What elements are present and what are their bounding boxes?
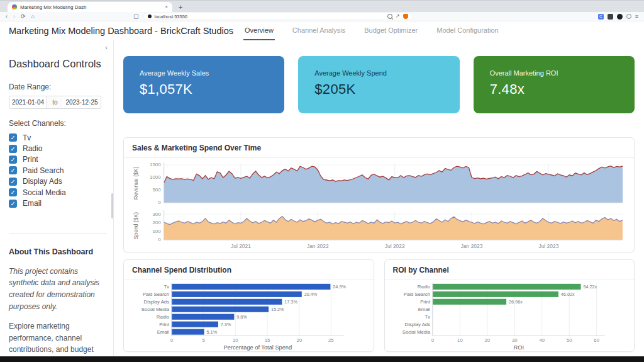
date-end-input[interactable]: [63, 96, 101, 109]
extension-square-icon[interactable]: [608, 14, 613, 20]
home-icon[interactable]: ⌂: [31, 14, 35, 20]
about-disclaimer: This project contains synthetic data and…: [9, 266, 107, 312]
site-info-icon[interactable]: [148, 14, 152, 18]
checkbox-check-icon[interactable]: ✓: [9, 156, 17, 164]
y-tick-label: 300: [152, 212, 161, 217]
date-range-label: Date Range:: [9, 82, 107, 91]
x-tick-label: 60: [594, 337, 599, 343]
checkbox-check-icon[interactable]: ✓: [9, 166, 17, 174]
x-tick-label: 10: [457, 337, 463, 343]
spend-distribution-card: Channel Spend Distribution 0510152025Tv2…: [123, 259, 374, 352]
channel-checkbox-paid-search[interactable]: ✓Paid Search: [9, 165, 107, 176]
channel-checkbox-social-media[interactable]: ✓Social Media: [9, 187, 107, 198]
new-tab-button[interactable]: +: [179, 4, 182, 11]
browser-menu-icon[interactable]: ≡: [635, 14, 638, 20]
channel-checkbox-tv[interactable]: ✓Tv: [9, 132, 107, 143]
tab-overview[interactable]: Overview: [243, 21, 275, 40]
bar-email: [172, 329, 204, 335]
spend-distribution-title: Channel Spend Distribution: [124, 260, 374, 280]
x-tick-label: Jan 2022: [307, 243, 329, 249]
roi-chart[interactable]: 0102030405060Radio54.22xPaid Search46.02…: [390, 282, 630, 351]
checkbox-check-icon[interactable]: ✓: [9, 145, 17, 153]
search-icon[interactable]: [387, 14, 392, 19]
checkbox-check-icon[interactable]: ✓: [9, 178, 17, 186]
category-label: Radio: [157, 314, 169, 320]
date-start-input[interactable]: [9, 96, 47, 109]
category-label: Print: [159, 322, 170, 327]
checkbox-check-icon[interactable]: ✓: [9, 188, 17, 196]
page-title: Marketing Mix Modeling Dashboard - Brick…: [9, 26, 233, 36]
category-label: Social Media: [142, 307, 170, 312]
category-label: Paid Search: [143, 291, 169, 297]
tab-model-configuration[interactable]: Model Configuration: [435, 21, 499, 40]
x-axis-label: Percentage of Total Spend: [224, 344, 292, 351]
spend-distribution-body: 0510152025Tv24.9%Paid Search20.4%Display…: [124, 280, 374, 351]
kpi-label: Average Weekly Spend: [314, 69, 443, 77]
value-label: 17.3%: [284, 299, 297, 305]
back-icon[interactable]: ‹: [6, 14, 8, 20]
bar-print: [432, 299, 506, 305]
about-title: About This Dashboard: [9, 247, 107, 256]
sidebar-collapse-icon[interactable]: ‹: [105, 44, 108, 51]
url-group: ▢ localhost:53550 ↗: [133, 13, 413, 20]
category-label: Print: [420, 299, 431, 305]
channel-label: Tv: [23, 133, 31, 142]
share-icon[interactable]: ↗: [396, 14, 400, 19]
checkbox-check-icon[interactable]: ✓: [9, 200, 17, 208]
roi-card: ROI by Channel 0102030405060Radio54.22xP…: [384, 259, 635, 352]
category-label: Tv: [164, 284, 169, 290]
app-header: Marketing Mix Modeling Dashboard - Brick…: [0, 21, 644, 40]
kpi-average-weekly-spend: Average Weekly Spend$205K: [298, 56, 459, 113]
tab-budget-optimizer[interactable]: Budget Optimizer: [363, 21, 419, 40]
bottom-row: Channel Spend Distribution 0510152025Tv2…: [123, 259, 635, 352]
category-label: Email: [157, 329, 170, 335]
value-label: 9.8%: [236, 314, 247, 320]
checkbox-check-icon[interactable]: ✓: [9, 133, 17, 142]
extension-circle-icon[interactable]: [617, 14, 623, 20]
select-channels-label: Select Channels:: [9, 119, 107, 128]
sidebar: ‹ Dashboard Controls Date Range: to Sele…: [0, 40, 114, 362]
channel-checkbox-email[interactable]: ✓Email: [9, 198, 107, 208]
tab-channel-analysis[interactable]: Channel Analysis: [291, 21, 347, 40]
bar-paid-search: [432, 291, 558, 297]
date-range-row: to: [9, 96, 107, 109]
url-text[interactable]: localhost:53550: [155, 14, 384, 20]
channel-checkbox-display-ads[interactable]: ✓Display Ads: [9, 176, 107, 187]
channel-label: Social Media: [23, 188, 66, 197]
value-label: 15.2%: [271, 307, 284, 312]
bar-social-media: [172, 307, 269, 312]
kpi-label: Overall Marketing ROI: [490, 69, 618, 77]
sidebar-divider: [9, 233, 107, 234]
timeseries-card: Sales & Marketing Spend Over Time Jul 20…: [123, 137, 635, 252]
sidebar-scrollbar[interactable]: [111, 193, 113, 218]
y-tick-label: 0: [158, 237, 161, 242]
tab-search-icon[interactable]: ▢: [133, 14, 139, 20]
timeseries-card-title: Sales & Marketing Spend Over Time: [124, 138, 634, 158]
x-tick-label: 30: [511, 337, 517, 343]
value-label: 26.96x: [508, 299, 522, 305]
x-tick-label: 5: [202, 337, 204, 343]
channel-checkbox-print[interactable]: ✓Print: [9, 154, 107, 165]
date-separator: to: [47, 96, 63, 109]
reload-icon[interactable]: ⟳: [21, 14, 26, 20]
channel-spend-chart[interactable]: 0510152025Tv24.9%Paid Search20.4%Display…: [129, 282, 369, 351]
forward-icon[interactable]: ›: [13, 14, 15, 20]
kpi-label: Average Weekly Sales: [140, 69, 268, 77]
area-fill: [164, 166, 623, 203]
profile-icon[interactable]: [626, 14, 631, 19]
tab-close-icon[interactable]: ×: [165, 4, 168, 9]
shield-extension-icon[interactable]: [403, 14, 408, 19]
sales-spend-chart[interactable]: Jul 2021Jan 2022Jul 2022Jan 2023Jul 2023…: [129, 160, 629, 252]
content: ‹ Dashboard Controls Date Range: to Sele…: [0, 40, 644, 362]
category-label: Display Ads: [404, 322, 430, 327]
browser-tab[interactable]: Marketing Mix Modeling Dash ×: [8, 2, 172, 12]
browser-toolbar: ‹ › ⟳ ⌂ ▢ localhost:53550 ↗ C ≡: [0, 12, 644, 21]
x-tick-label: Jul 2021: [231, 243, 251, 249]
x-tick-label: 20: [296, 337, 302, 343]
bar-display-ads: [172, 299, 282, 305]
main-content: Average Weekly Sales$1,057KAverage Weekl…: [114, 40, 644, 362]
extension-c-icon[interactable]: C: [598, 14, 604, 20]
address-bar[interactable]: localhost:53550 ↗: [143, 13, 413, 20]
channel-checkbox-radio[interactable]: ✓Radio: [9, 143, 107, 154]
channel-label: Print: [23, 155, 38, 164]
